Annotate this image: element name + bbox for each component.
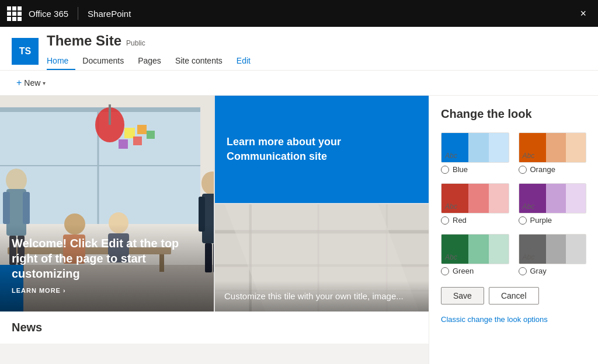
news-title: News (12, 321, 42, 334)
plus-icon: + (16, 78, 22, 88)
theme-radio-green[interactable] (441, 267, 449, 275)
hero-main-overlay: Welcome! Click Edit at the top right of … (0, 224, 214, 312)
theme-label-purple: Purple (530, 216, 552, 225)
theme-swatch-green: Abc (441, 234, 509, 264)
site-logo: TS (12, 38, 39, 65)
site-header: TS Theme Site Public Home Documents Page… (0, 27, 598, 71)
classic-look-link[interactable]: Classic change the look options (441, 315, 548, 324)
theme-radio-blue[interactable] (441, 166, 449, 174)
app-label: SharePoint (88, 9, 131, 19)
theme-radio-row-red: Red (441, 216, 509, 225)
theme-option-orange[interactable]: Abc Orange (519, 132, 587, 174)
cancel-button[interactable]: Cancel (489, 287, 539, 304)
office365-label[interactable]: Office 365 (29, 9, 68, 19)
learn-more-link[interactable]: LEARN MORE › (12, 287, 202, 294)
svg-rect-26 (137, 125, 147, 134)
close-button[interactable]: × (575, 5, 591, 22)
theme-swatch-purple: Abc (519, 183, 587, 214)
new-button[interactable]: + New ▾ (12, 75, 50, 90)
svg-rect-29 (119, 139, 128, 149)
svg-point-9 (6, 169, 27, 192)
nav-site-contents[interactable]: Site contents (168, 52, 230, 70)
svg-rect-2 (0, 107, 200, 112)
swatch-abc-gray: Abc (523, 253, 535, 261)
theme-radio-row-green: Green (441, 267, 509, 275)
hero-bottom-right-text: Customize this tile with your own title,… (224, 290, 419, 302)
theme-radio-row-purple: Purple (519, 216, 587, 225)
new-label: New (24, 78, 40, 88)
hero-top-right-text: Learn more about your Communication site (227, 135, 417, 164)
swatch-abc-orange: Abc (523, 152, 535, 160)
arrow-icon: › (63, 287, 66, 294)
panel-title: Change the look (441, 107, 586, 121)
news-section: News (0, 312, 429, 344)
svg-rect-31 (109, 104, 111, 125)
nav-edit[interactable]: Edit (230, 52, 258, 70)
change-look-panel: Change the look Abc Blue Abc Ora (429, 96, 598, 364)
theme-label-orange: Orange (530, 165, 555, 174)
main-area: Welcome! Click Edit at the top right of … (0, 96, 598, 364)
theme-radio-row-blue: Blue (441, 165, 509, 174)
theme-option-red[interactable]: Abc Red (441, 183, 509, 225)
hero-top-right-tile[interactable]: Learn more about your Communication site (215, 96, 429, 203)
swatch-abc-blue: Abc (445, 152, 457, 160)
theme-swatch-blue: Abc (441, 132, 509, 163)
site-title: Theme Site (47, 33, 121, 49)
theme-option-green[interactable]: Abc Green (441, 234, 509, 275)
hero-bottom-right-overlay: Customize this tile with your own title,… (215, 281, 429, 312)
theme-label-red: Red (453, 216, 467, 225)
svg-rect-12 (23, 192, 30, 224)
theme-radio-red[interactable] (441, 216, 449, 225)
waffle-icon[interactable] (7, 6, 22, 21)
swatch-abc-red: Abc (445, 202, 457, 211)
theme-radio-row-orange: Orange (519, 165, 587, 174)
svg-rect-27 (147, 131, 155, 139)
swatch-abc-purple: Abc (523, 202, 535, 211)
theme-option-purple[interactable]: Abc Purple (519, 183, 587, 225)
site-visibility: Public (126, 39, 145, 47)
hero-main-tile[interactable]: Welcome! Click Edit at the top right of … (0, 96, 214, 312)
site-title-area: Theme Site Public Home Documents Pages S… (47, 33, 258, 70)
theme-label-green: Green (453, 267, 474, 275)
theme-grid: Abc Blue Abc Orange Ab (441, 132, 586, 275)
svg-rect-11 (3, 192, 10, 224)
hero-main-title: Welcome! Click Edit at the top right of … (12, 236, 202, 281)
nav-documents[interactable]: Documents (75, 52, 131, 70)
top-navbar: Office 365 SharePoint × (0, 0, 598, 27)
theme-label-blue: Blue (453, 165, 468, 174)
theme-option-blue[interactable]: Abc Blue (441, 132, 509, 174)
nav-divider (78, 7, 78, 20)
nav-pages[interactable]: Pages (131, 52, 168, 70)
theme-swatch-orange: Abc (519, 132, 587, 163)
toolbar: + New ▾ (0, 71, 598, 96)
theme-swatch-gray: Abc (519, 234, 587, 264)
hero-bottom-right-tile[interactable]: Customize this tile with your own title,… (215, 204, 429, 312)
theme-label-gray: Gray (530, 267, 547, 275)
save-button[interactable]: Save (441, 287, 484, 304)
theme-swatch-red: Abc (441, 183, 509, 214)
swatch-abc-green: Abc (445, 253, 457, 261)
theme-option-gray[interactable]: Abc Gray (519, 234, 587, 275)
nav-home[interactable]: Home (47, 52, 75, 70)
theme-radio-gray[interactable] (519, 267, 527, 275)
content-area: Welcome! Click Edit at the top right of … (0, 96, 429, 364)
site-title-row: Theme Site Public (47, 33, 258, 49)
hero-section: Welcome! Click Edit at the top right of … (0, 96, 429, 312)
panel-actions: Save Cancel (441, 287, 586, 304)
theme-radio-orange[interactable] (519, 166, 527, 174)
site-nav: Home Documents Pages Site contents Edit (47, 52, 258, 70)
theme-radio-row-gray: Gray (519, 267, 587, 275)
chevron-down-icon: ▾ (43, 80, 46, 86)
theme-radio-purple[interactable] (519, 216, 527, 225)
svg-rect-28 (133, 136, 142, 145)
